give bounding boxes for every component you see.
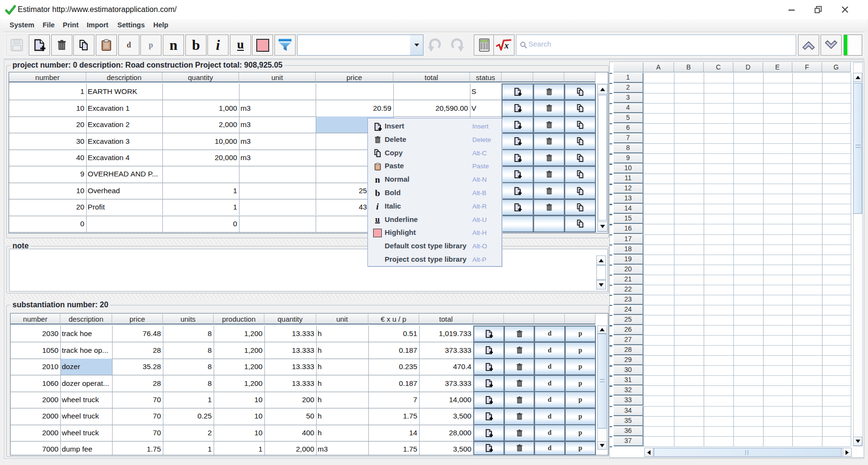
svg-text:x: x (504, 41, 509, 50)
